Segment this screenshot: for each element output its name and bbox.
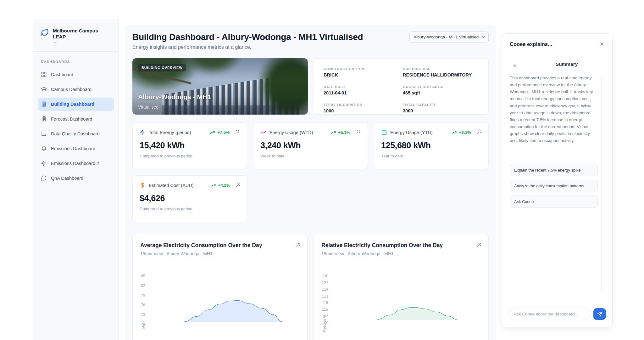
metric-caption: Year to date <box>381 154 481 158</box>
sidebar-item-building-dashboard[interactable]: Building Dashboard <box>38 98 114 111</box>
metric-value: $4,626 <box>140 194 241 203</box>
sidebar-item-label: Dashboard <box>51 72 73 77</box>
metric-card-energy-wtd: Energy Usage (WTD) +5.3% 3,240 kWh Week … <box>253 122 368 169</box>
leaf-icon <box>40 28 49 37</box>
metric-value: 125,680 kWh <box>381 141 481 150</box>
metrics-row: Total Energy (period) +7.5% 15,420 kWh C… <box>132 122 489 169</box>
sidebar-item-campus-dashboard[interactable]: Campus Dashboard <box>38 83 114 96</box>
send-button[interactable] <box>593 308 606 320</box>
metric-card-energy-ytd: Energy Usage (YTD) +3.1% 125,680 kWh Yea… <box>374 122 489 169</box>
close-icon[interactable] <box>599 41 605 47</box>
assistant-suggestions: Explain the recent 7.5% energy spike Ana… <box>510 164 598 208</box>
sidebar-nav: Dashboard Campus Dashboard Building Dash… <box>33 68 118 185</box>
assistant-heading: Summary <box>502 61 612 67</box>
chart-subtitle: 15min View - Albury-Wodonga - MH1 <box>321 251 481 256</box>
metric-caption: Week to date <box>260 154 361 158</box>
wand-sparkles-icon[interactable] <box>476 242 481 248</box>
metric-caption: Compared to previous period <box>140 207 241 211</box>
calendar-icon <box>381 129 387 135</box>
wand-sparkles-icon[interactable] <box>235 130 240 135</box>
sidebar-item-label: QnA Dashboard <box>51 176 83 181</box>
building-icon <box>41 101 47 107</box>
sidebar-item-label: Emissions Dashboard <box>51 146 95 151</box>
chart-title: Relative Electricity Consumption Over th… <box>321 242 481 249</box>
assistant-summary-text: This dashboard provides a real-time ener… <box>510 75 598 144</box>
workspace-switcher[interactable]: Melbourne Campus LEAP <box>33 19 118 47</box>
assistant-toolbar: Summary <box>502 61 612 70</box>
suggestion-button-ask-cooee[interactable]: Ask Cooee <box>510 196 598 208</box>
sidebar-item-data-quality-dashboard[interactable]: Data Quality Dashboard <box>38 127 114 140</box>
y-axis-ticks: 858279767370 <box>141 271 152 329</box>
chevron-down-icon[interactable] <box>53 41 57 45</box>
sidebar-item-label: Campus Dashboard <box>51 87 92 92</box>
clipboard-icon <box>41 116 47 122</box>
cost-row: Estimated Cost (AUD) +4.2% $4,626 Compar… <box>132 175 248 222</box>
building-overview-badge: BUILDING OVERVIEW <box>138 64 186 71</box>
sidebar-item-qna-dashboard[interactable]: QnA Dashboard <box>38 172 114 185</box>
sidebar-section-label: DASHBOARDS <box>41 60 118 64</box>
metric-label: Total Energy (period) <box>149 130 191 135</box>
building-select[interactable]: Albury-Wodonga - MH1 Virtualised <box>409 31 489 42</box>
info-cell: DATE BUILT2011-04-01 <box>324 85 400 95</box>
chart-subtitle: 15min View - Albury-Wodonga - MH1 <box>140 251 300 256</box>
metric-delta: +7.5% <box>217 130 230 135</box>
sidebar-item-label: Building Dashboard <box>51 102 94 107</box>
metric-card-total-energy: Total Energy (period) +7.5% 15,420 kWh C… <box>132 122 247 169</box>
assistant-input[interactable] <box>508 308 590 320</box>
sidebar-item-emissions-dashboard[interactable]: Emissions Dashboard <box>38 142 114 155</box>
metric-delta: +5.3% <box>338 130 350 135</box>
metric-delta: +3.1% <box>459 130 471 135</box>
wand-sparkles-icon[interactable] <box>235 183 241 188</box>
metric-label: Estimated Cost (AUD) <box>149 183 194 188</box>
overview-row: BUILDING OVERVIEW Albury-Wodonga - MH1 V… <box>132 58 489 115</box>
sidebar: Melbourne Campus LEAP DASHBOARDS Dashboa… <box>33 19 119 340</box>
info-cell: GROSS FLOOR AREA465 sqft <box>403 85 479 95</box>
suggestion-button-daily-patterns[interactable]: Analyze the daily consumption patterns <box>510 180 598 192</box>
sidebar-item-forecast-dashboard[interactable]: Forecast Dashboard <box>38 112 114 126</box>
sidebar-item-emissions-dashboard-2[interactable]: Emissions Dashboard 2 <box>38 157 114 170</box>
metric-label: Energy Usage (YTD) <box>390 130 433 135</box>
menu-icon[interactable] <box>513 63 518 68</box>
info-cell: TOTAL CAPACITY3000 <box>403 103 479 113</box>
y-axis-label: Relative % <box>323 314 326 332</box>
metric-card-estimated-cost: Estimated Cost (AUD) +4.2% $4,626 Compar… <box>132 175 248 222</box>
wand-sparkles-icon[interactable] <box>476 130 481 135</box>
zap-icon <box>41 160 47 166</box>
y-axis-label: kWh <box>142 321 145 329</box>
sidebar-divider <box>33 51 118 52</box>
wand-sparkles-icon[interactable] <box>295 242 300 248</box>
info-cell: TOTAL OCCUPATION1000 <box>324 103 400 113</box>
zap-icon <box>140 129 146 135</box>
page: Melbourne Campus LEAP DASHBOARDS Dashboa… <box>0 0 644 340</box>
info-cell: CONSTRUCTION TYPEBRICK <box>324 67 400 77</box>
assistant-input-row <box>508 308 606 320</box>
chart-title: Average Electricity Consumption Over the… <box>140 242 300 249</box>
assistant-panel: Cooee explains... Summary This dashboard… <box>502 33 613 327</box>
trending-up-icon <box>452 130 457 135</box>
metric-delta: +4.2% <box>218 183 230 188</box>
area-chart <box>152 272 300 340</box>
building-info-card: CONSTRUCTION TYPEBRICK BUILDING USERESID… <box>314 58 489 115</box>
area-chart <box>333 272 481 340</box>
metric-value: 15,420 kWh <box>140 141 240 150</box>
suggestion-button-energy-spike[interactable]: Explain the recent 7.5% energy spike <box>510 164 598 176</box>
page-subtitle: Energy insights and performance metrics … <box>132 44 489 50</box>
chart-card-average-consumption: Average Electricity Consumption Over the… <box>132 234 308 340</box>
scrollbar-track[interactable] <box>601 75 602 292</box>
chart-card-relative-consumption: Relative Electricity Consumption Over th… <box>314 234 489 340</box>
building-name: Albury-Wodonga - MH1 <box>138 93 211 101</box>
metric-label: Energy Usage (WTD) <box>269 130 313 135</box>
charts-row: Average Electricity Consumption Over the… <box>132 234 489 340</box>
wand-sparkles-icon[interactable] <box>355 130 361 135</box>
metric-value: 3,240 kWh <box>260 141 361 150</box>
main-content: Building Dashboard - Albury-Wodonga - MH… <box>125 25 496 340</box>
building-photo-card: BUILDING OVERVIEW Albury-Wodonga - MH1 V… <box>132 58 308 115</box>
sidebar-item-label: Forecast Dashboard <box>51 116 92 122</box>
sidebar-item-dashboard[interactable]: Dashboard <box>38 68 114 81</box>
trending-up-icon <box>210 130 215 135</box>
metric-caption: Compared to previous period <box>140 154 240 158</box>
trending-up-icon <box>331 130 336 135</box>
dollar-icon <box>140 182 146 188</box>
sidebar-item-label: Data Quality Dashboard <box>51 131 100 136</box>
grid-icon <box>41 71 47 77</box>
